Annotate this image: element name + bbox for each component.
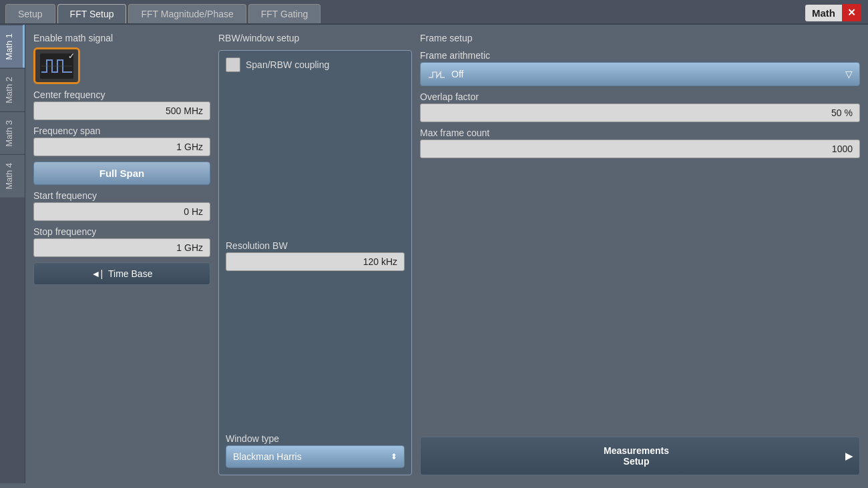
frame-arithmetic-arrow-icon: ▽ xyxy=(845,69,853,79)
start-freq-input[interactable]: 0 Hz xyxy=(33,202,210,221)
stop-freq-label: Stop frequency xyxy=(33,226,210,237)
window-type-value: Blackman Harris xyxy=(233,451,302,462)
rbw-section-label: RBW/window setup xyxy=(218,33,412,43)
panel-area: Enable math signal ✓ Center frequency 50… xyxy=(25,25,868,483)
frame-setup-label: Frame setup xyxy=(420,33,860,43)
rbw-panel: Span/RBW coupling Resolution BW 120 kHz … xyxy=(218,50,412,475)
window-type-arrow-icon: ⬍ xyxy=(391,452,397,461)
checkmark-icon: ✓ xyxy=(68,51,75,61)
time-base-label: Time Base xyxy=(108,268,152,279)
window-type-label: Window type xyxy=(226,433,405,444)
frame-arithmetic-label: Frame arithmetic xyxy=(420,50,860,61)
tab-bar: Setup FFT Setup FFT Magnitude/Phase FFT … xyxy=(0,0,868,25)
span-rbw-row: Span/RBW coupling xyxy=(226,57,405,72)
frame-arithmetic-value: Off xyxy=(451,69,463,79)
tab-fft-magnitude[interactable]: FFT Magnitude/Phase xyxy=(128,4,246,23)
max-frame-count-input[interactable]: 1000 xyxy=(420,140,860,158)
resolution-bw-section: Resolution BW 120 kHz xyxy=(226,240,405,271)
frame-arithmetic-section: Frame arithmetic Off ▽ xyxy=(420,50,860,86)
time-base-arrow-icon: ◄| xyxy=(91,268,103,279)
frame-arithmetic-dropdown[interactable]: Off ▽ xyxy=(420,62,860,86)
enable-signal-label: Enable math signal xyxy=(33,33,210,43)
sidebar-item-math4[interactable]: Math 4 xyxy=(0,154,25,198)
side-tabs: Math 1 Math 2 Math 3 Math 4 xyxy=(0,25,25,483)
stop-freq-section: Stop frequency 1 GHz xyxy=(33,226,210,257)
measurements-btn-line1: Measurements xyxy=(427,445,845,456)
middle-column: RBW/window setup Span/RBW coupling Resol… xyxy=(218,33,412,475)
resolution-bw-label: Resolution BW xyxy=(226,240,405,251)
center-freq-input[interactable]: 500 MHz xyxy=(33,101,210,120)
enable-signal-section: Enable math signal ✓ xyxy=(33,33,210,84)
tab-setup[interactable]: Setup xyxy=(5,4,55,23)
measurements-btn-line2: Setup xyxy=(427,456,845,467)
frame-arithmetic-icon xyxy=(427,67,446,81)
full-span-button[interactable]: Full Span xyxy=(33,162,210,185)
sidebar-item-math2[interactable]: Math 2 xyxy=(0,68,25,111)
window-type-section: Window type Blackman Harris ⬍ xyxy=(226,433,405,468)
main-content: Math 1 Math 2 Math 3 Math 4 Enable math … xyxy=(0,25,868,483)
span-rbw-checkbox[interactable] xyxy=(226,57,240,72)
resolution-bw-input[interactable]: 120 kHz xyxy=(226,252,405,271)
sidebar-item-math1[interactable]: Math 1 xyxy=(0,25,25,68)
tab-fft-setup[interactable]: FFT Setup xyxy=(57,4,127,23)
overlap-factor-label: Overlap factor xyxy=(420,91,860,102)
span-rbw-label: Span/RBW coupling xyxy=(246,59,329,70)
right-column: Frame setup Frame arithmetic Off ▽ xyxy=(420,33,860,475)
center-freq-section: Center frequency 500 MHz xyxy=(33,89,210,120)
max-frame-count-section: Max frame count 1000 xyxy=(420,128,860,158)
math-badge: Math ✕ xyxy=(805,4,861,21)
overlap-factor-section: Overlap factor 50 % xyxy=(420,91,860,122)
start-freq-section: Start frequency 0 Hz xyxy=(33,190,210,221)
left-column: Enable math signal ✓ Center frequency 50… xyxy=(33,33,210,475)
overlap-factor-input[interactable]: 50 % xyxy=(420,103,860,122)
freq-span-input[interactable]: 1 GHz xyxy=(33,138,210,156)
stop-freq-input[interactable]: 1 GHz xyxy=(33,238,210,257)
measurements-setup-button[interactable]: Measurements Setup ▶ xyxy=(420,437,860,475)
freq-span-label: Frequency span xyxy=(33,126,210,136)
start-freq-label: Start frequency xyxy=(33,190,210,201)
center-freq-label: Center frequency xyxy=(33,89,210,100)
window-type-dropdown[interactable]: Blackman Harris ⬍ xyxy=(226,445,405,468)
measurements-arrow-icon: ▶ xyxy=(845,451,853,461)
sidebar-item-math3[interactable]: Math 3 xyxy=(0,111,25,155)
max-frame-count-label: Max frame count xyxy=(420,128,860,138)
math-close-button[interactable]: ✕ xyxy=(842,4,861,21)
tab-fft-gating[interactable]: FFT Gating xyxy=(248,4,321,23)
time-base-button[interactable]: ◄| Time Base xyxy=(33,262,210,285)
enable-signal-button[interactable]: ✓ xyxy=(33,47,80,84)
math-badge-label: Math xyxy=(805,5,842,21)
freq-span-section: Frequency span 1 GHz xyxy=(33,126,210,156)
